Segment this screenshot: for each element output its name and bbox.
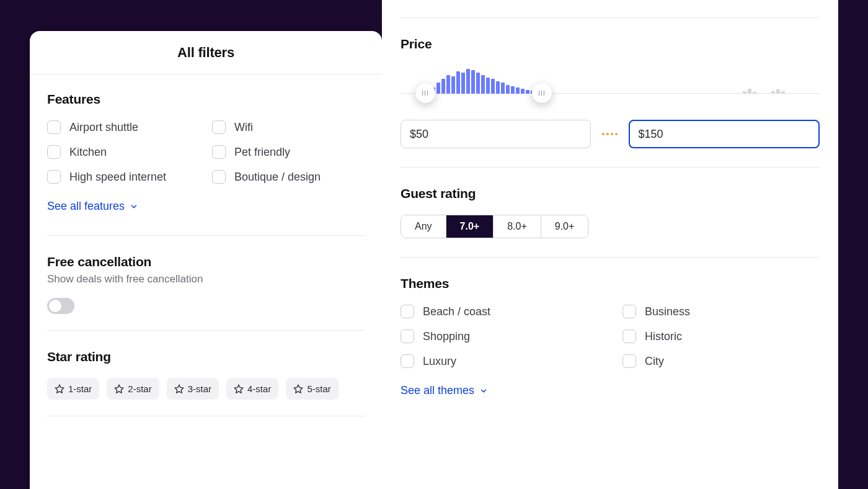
star-rating-row: 1-star 2-star 3-star 4-star 5-star — [47, 378, 365, 400]
svg-marker-0 — [55, 385, 63, 393]
rating-option-8[interactable]: 8.0+ — [494, 215, 541, 238]
star-chip-label: 4-star — [247, 384, 271, 394]
filters-panel-left: All filters Features Airport shuttle Wif… — [30, 31, 382, 489]
feature-high-speed-internet[interactable]: High speed internet — [47, 170, 200, 184]
star-chip-1[interactable]: 1-star — [47, 378, 99, 400]
filters-panel-right: Price III III Guest rating Any 7.0+ 8.0+… — [382, 0, 838, 489]
range-separator-icon — [602, 133, 618, 135]
star-icon — [55, 384, 64, 394]
histogram-bars — [427, 69, 539, 94]
link-label: See all themes — [401, 384, 474, 397]
themes-heading: Themes — [401, 276, 820, 291]
checkbox-icon — [47, 120, 61, 134]
divider — [47, 416, 365, 416]
feature-kitchen[interactable]: Kitchen — [47, 145, 200, 159]
filters-title: All filters — [177, 45, 234, 61]
price-histogram: III III — [401, 65, 820, 105]
feature-label: Boutique / design — [234, 171, 321, 184]
link-label: See all features — [47, 200, 125, 213]
themes-section: Themes Beach / coast Business Shopping H… — [401, 258, 820, 403]
features-list: Airport shuttle Wifi Kitchen Pet friendl… — [47, 120, 365, 184]
checkbox-icon — [401, 330, 414, 343]
price-inputs — [401, 120, 820, 148]
checkbox-icon — [212, 120, 226, 134]
theme-label: Historic — [645, 330, 682, 343]
star-chip-2[interactable]: 2-star — [107, 378, 159, 400]
feature-label: Pet friendly — [234, 146, 290, 159]
toggle-knob — [49, 300, 61, 312]
feature-label: Kitchen — [69, 146, 107, 159]
divider — [47, 235, 365, 236]
feature-boutique-design[interactable]: Boutique / design — [212, 170, 365, 184]
theme-luxury[interactable]: Luxury — [401, 354, 598, 368]
theme-label: Business — [645, 305, 690, 318]
theme-shopping[interactable]: Shopping — [401, 330, 598, 343]
checkbox-icon — [47, 145, 61, 159]
star-icon — [114, 384, 124, 394]
feature-label: Wifi — [234, 121, 253, 134]
price-section: Price III III — [401, 18, 820, 148]
see-all-themes-link[interactable]: See all themes — [401, 384, 488, 397]
rating-segmented-control: Any 7.0+ 8.0+ 9.0+ — [401, 215, 588, 238]
star-rating-heading: Star rating — [47, 349, 365, 364]
feature-label: High speed internet — [69, 171, 166, 184]
theme-beach-coast[interactable]: Beach / coast — [401, 305, 598, 318]
chevron-down-icon — [479, 387, 488, 395]
rating-option-any[interactable]: Any — [401, 215, 446, 238]
chevron-down-icon — [130, 202, 138, 211]
price-slider-min-handle[interactable]: III — [415, 83, 435, 103]
star-chip-5[interactable]: 5-star — [286, 378, 338, 400]
price-slider-max-handle[interactable]: III — [532, 83, 552, 103]
star-icon — [174, 384, 184, 394]
checkbox-icon — [401, 305, 414, 318]
see-all-features-link[interactable]: See all features — [47, 200, 138, 213]
rating-option-9[interactable]: 9.0+ — [541, 215, 588, 238]
theme-label: City — [645, 355, 664, 368]
theme-label: Luxury — [423, 355, 456, 368]
feature-wifi[interactable]: Wifi — [212, 120, 365, 134]
rating-option-7[interactable]: 7.0+ — [446, 215, 494, 238]
checkbox-icon — [622, 330, 636, 343]
checkbox-icon — [622, 354, 636, 368]
svg-marker-4 — [294, 385, 303, 393]
guest-rating-section: Guest rating Any 7.0+ 8.0+ 9.0+ — [401, 168, 820, 257]
theme-city[interactable]: City — [622, 354, 820, 368]
histogram-ghost-bars — [743, 89, 756, 94]
feature-label: Airport shuttle — [69, 121, 138, 134]
price-min-input[interactable] — [401, 120, 591, 148]
svg-marker-1 — [115, 385, 123, 393]
theme-label: Shopping — [423, 330, 470, 343]
price-max-input[interactable] — [629, 120, 820, 148]
feature-pet-friendly[interactable]: Pet friendly — [212, 145, 365, 159]
feature-airport-shuttle[interactable]: Airport shuttle — [47, 120, 200, 134]
theme-business[interactable]: Business — [622, 305, 820, 318]
theme-label: Beach / coast — [423, 305, 490, 318]
themes-list: Beach / coast Business Shopping Historic… — [401, 305, 820, 368]
checkbox-icon — [401, 354, 414, 368]
checkbox-icon — [622, 305, 636, 318]
svg-marker-3 — [234, 385, 242, 393]
star-chip-3[interactable]: 3-star — [167, 378, 219, 400]
free-cancel-toggle[interactable] — [47, 298, 74, 314]
guest-rating-heading: Guest rating — [401, 186, 820, 201]
histogram-ghost-bars — [771, 89, 785, 94]
divider — [47, 330, 365, 331]
free-cancel-heading: Free cancellation — [47, 254, 365, 269]
star-chip-label: 3-star — [188, 384, 211, 394]
theme-historic[interactable]: Historic — [622, 330, 820, 343]
checkbox-icon — [212, 170, 226, 184]
star-chip-label: 5-star — [307, 384, 330, 394]
price-heading: Price — [401, 37, 820, 52]
svg-marker-2 — [175, 385, 183, 393]
star-icon — [234, 384, 244, 394]
checkbox-icon — [212, 145, 226, 159]
star-chip-4[interactable]: 4-star — [226, 378, 278, 400]
filters-header: All filters — [30, 31, 382, 74]
star-chip-label: 1-star — [68, 384, 92, 394]
checkbox-icon — [47, 170, 61, 184]
star-icon — [293, 384, 303, 394]
free-cancel-sub: Show deals with free cancellation — [47, 273, 365, 285]
features-heading: Features — [47, 92, 365, 107]
star-chip-label: 2-star — [128, 384, 151, 394]
